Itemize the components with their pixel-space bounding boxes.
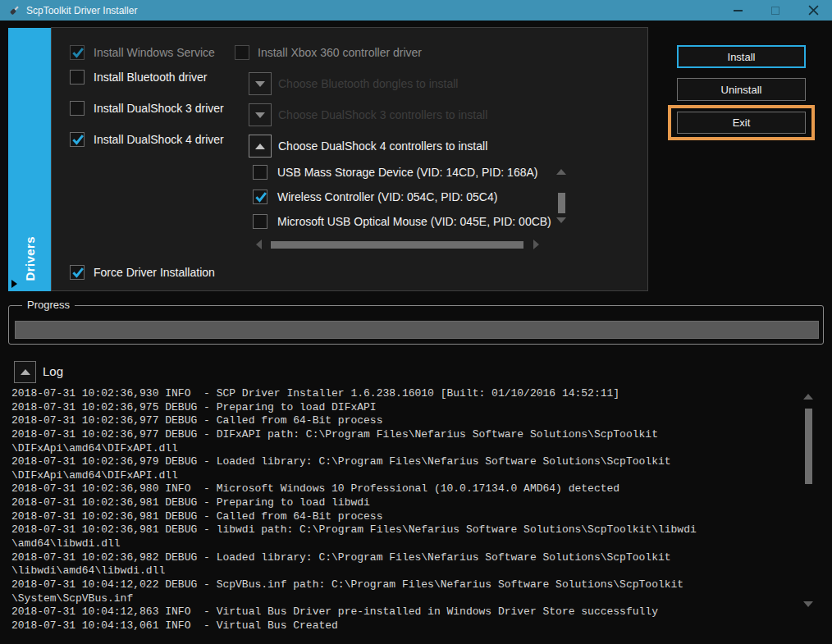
dualshock3-controllers-dropdown-button[interactable]	[249, 103, 272, 126]
progress-bar	[15, 321, 819, 339]
log-line: 2018-07-31 10:02:36,977 DEBUG - Called f…	[11, 414, 801, 428]
log-line: 2018-07-31 10:02:36,980 INFO - Microsoft…	[11, 482, 801, 496]
check-icon	[254, 190, 268, 204]
log-line: 2018-07-31 10:02:36,979 DEBUG - Loaded l…	[11, 455, 801, 469]
chevron-up-icon	[255, 144, 265, 149]
maximize-button[interactable]	[757, 0, 794, 21]
log-line: 2018-07-31 10:02:36,982 DEBUG - Loaded l…	[11, 551, 801, 565]
checkbox-install-bluetooth-driver-label[interactable]: Install Bluetooth driver	[94, 70, 208, 84]
bluetooth-dongles-dropdown-button[interactable]	[249, 72, 272, 95]
checkbox-install-dualshock3-driver-label[interactable]: Install DualShock 3 driver	[94, 101, 224, 116]
chevron-down-icon	[255, 81, 265, 87]
app-window: ScpToolkit Driver Installer Drivers Inst…	[0, 0, 832, 644]
log-line: \DIFxApi\amd64\DIFxAPI.dll	[11, 469, 801, 483]
minimize-button[interactable]	[719, 0, 757, 21]
check-icon	[71, 132, 85, 147]
log-collapse-button[interactable]	[14, 361, 36, 383]
app-icon	[7, 4, 21, 17]
checkbox-install-bluetooth-driver[interactable]	[70, 70, 85, 84]
tab-pointer-icon	[11, 280, 17, 288]
log-line: 2018-07-31 10:04:13,061 INFO - Virtual B…	[11, 619, 801, 633]
log-section-label: Log	[43, 364, 63, 378]
log-line: 2018-07-31 10:02:36,975 DEBUG - Preparin…	[11, 401, 801, 415]
chevron-down-icon	[255, 112, 265, 118]
titlebar: ScpToolkit Driver Installer	[0, 0, 832, 21]
log-line: 2018-07-31 10:04:12,022 DEBUG - ScpVBus.…	[11, 578, 801, 592]
device-wireless-controller-label[interactable]: Wireless Controller (VID: 054C, PID: 05C…	[277, 190, 497, 204]
scroll-up-icon[interactable]	[556, 169, 566, 175]
tab-drivers[interactable]: Drivers	[8, 28, 51, 291]
install-button[interactable]: Install	[677, 45, 806, 68]
checkbox-install-xbox360-driver[interactable]	[235, 45, 249, 60]
checkbox-install-dualshock3-driver[interactable]	[70, 101, 85, 116]
check-icon	[71, 45, 85, 60]
log-line: \DIFxApi\amd64\DIFxAPI.dll	[11, 442, 801, 456]
log-line: 2018-07-31 10:02:36,981 DEBUG - Preparin…	[11, 496, 801, 510]
exit-button-label: Exit	[733, 116, 751, 129]
log-line: 2018-07-31 10:02:36,930 INFO - SCP Drive…	[11, 387, 801, 401]
log-output: 2018-07-31 10:02:36,930 INFO - SCP Drive…	[11, 387, 801, 633]
progress-group: Progress	[8, 305, 824, 345]
install-button-label: Install	[728, 51, 756, 63]
checkbox-install-dualshock4-driver[interactable]	[70, 132, 85, 147]
checkbox-force-driver-installation[interactable]	[70, 265, 85, 280]
device-usb-optical-mouse-label[interactable]: Microsoft USB Optical Mouse (VID: 045E, …	[277, 214, 551, 229]
checkbox-install-dualshock4-driver-label[interactable]: Install DualShock 4 driver	[94, 132, 224, 147]
log-line: 2018-07-31 10:02:36,981 DEBUG - Called f…	[11, 510, 801, 524]
vertical-scrollbar-thumb[interactable]	[558, 193, 565, 213]
checkbox-install-xbox360-driver-label[interactable]: Install Xbox 360 controller driver	[258, 45, 422, 60]
maximize-icon	[771, 7, 779, 15]
window-controls	[719, 0, 832, 21]
checkbox-device-usb-mass-storage[interactable]	[253, 165, 267, 180]
check-icon	[71, 265, 85, 280]
bluetooth-dongles-dropdown-label: Choose Bluetooth dongles to install	[278, 76, 458, 91]
dualshock4-controllers-dropdown-label: Choose DualShock 4 controllers to instal…	[278, 139, 487, 153]
scroll-up-icon[interactable]	[803, 394, 813, 400]
progress-group-label: Progress	[22, 299, 75, 311]
drivers-panel: Install Windows Service Install Xbox 360…	[51, 27, 648, 291]
log-scrollbar	[802, 392, 814, 614]
uninstall-button[interactable]: Uninstall	[677, 78, 806, 101]
close-icon	[808, 5, 819, 16]
scroll-left-icon[interactable]	[256, 240, 262, 249]
log-line: \amd64\libwdi.dll	[11, 537, 801, 551]
log-scrollbar-thumb[interactable]	[805, 409, 812, 484]
tab-drivers-label: Drivers	[23, 236, 37, 281]
dualshock4-controllers-dropdown-button[interactable]	[249, 135, 272, 158]
log-line: \libwdi\amd64\libwdi.dll	[11, 564, 801, 578]
window-title: ScpToolkit Driver Installer	[26, 5, 137, 16]
checkbox-install-windows-service[interactable]	[70, 45, 85, 60]
checkbox-device-usb-optical-mouse[interactable]	[253, 214, 267, 229]
collapse-up-icon	[21, 369, 30, 375]
checkbox-force-driver-installation-label[interactable]: Force Driver Installation	[94, 265, 215, 280]
log-line: \System\ScpVBus.inf	[11, 592, 801, 606]
checkbox-install-windows-service-label[interactable]: Install Windows Service	[94, 45, 215, 60]
scroll-down-icon[interactable]	[803, 601, 813, 607]
log-line: 2018-07-31 10:02:36,981 DEBUG - libwdi p…	[11, 523, 801, 537]
device-usb-mass-storage-label[interactable]: USB Mass Storage Device (VID: 14CD, PID:…	[277, 165, 537, 180]
scroll-right-icon[interactable]	[533, 240, 539, 249]
checkbox-device-wireless-controller[interactable]	[253, 190, 267, 204]
uninstall-button-label: Uninstall	[721, 84, 762, 96]
minimize-icon	[734, 10, 743, 11]
log-line: 2018-07-31 10:04:12,863 INFO - Virtual B…	[11, 605, 801, 619]
exit-button[interactable]: Exit	[677, 112, 806, 134]
dualshock3-controllers-dropdown-label: Choose DualShock 3 controllers to instal…	[278, 107, 487, 122]
log-line: 2018-07-31 10:02:36,977 DEBUG - DIFxAPI …	[11, 428, 801, 442]
horizontal-scrollbar-thumb[interactable]	[271, 241, 523, 249]
scroll-down-icon[interactable]	[556, 217, 566, 223]
close-button[interactable]	[794, 0, 832, 21]
